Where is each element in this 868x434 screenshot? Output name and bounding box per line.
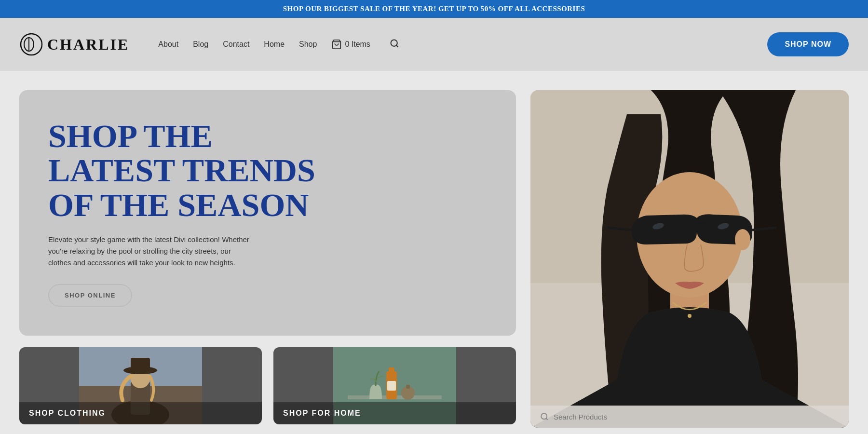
logo[interactable]: CHARLIE: [19, 32, 129, 56]
clothing-card-label: SHOP CLOTHING: [19, 402, 262, 424]
left-column: SHOP THE LATEST TRENDS OF THE SEASON Ele…: [19, 90, 516, 424]
nav-item-blog[interactable]: Blog: [193, 40, 208, 49]
svg-point-31: [541, 413, 547, 419]
search-bar-icon: [540, 412, 549, 421]
search-button[interactable]: [390, 39, 399, 51]
svg-line-5: [396, 45, 398, 47]
cart-area[interactable]: 0 Items: [331, 39, 370, 50]
search-icon: [390, 39, 399, 48]
svg-point-4: [391, 40, 397, 46]
announcement-bar: SHOP OUR BIGGEST SALE OF THE YEAR! GET U…: [0, 0, 868, 18]
search-bar[interactable]: [530, 406, 849, 428]
cart-icon: [331, 39, 342, 50]
search-area[interactable]: [385, 39, 399, 51]
svg-rect-18: [387, 381, 396, 391]
right-column: [530, 90, 849, 428]
home-card[interactable]: SHOP FOR HOME: [273, 347, 516, 424]
nav-item-shop[interactable]: Shop: [299, 40, 317, 49]
nav-item-home[interactable]: Home: [264, 40, 285, 49]
shop-online-button[interactable]: SHOP ONLINE: [48, 284, 132, 307]
svg-line-32: [546, 418, 547, 420]
hero-headline: SHOP THE LATEST TRENDS OF THE SEASON: [48, 119, 487, 222]
svg-rect-13: [131, 358, 150, 371]
announcement-text: SHOP OUR BIGGEST SALE OF THE YEAR! GET U…: [283, 5, 585, 13]
clothing-card[interactable]: SHOP CLOTHING: [19, 347, 262, 424]
svg-rect-17: [389, 367, 394, 373]
fashion-model-image: [530, 90, 849, 428]
nav-item-about[interactable]: About: [158, 40, 178, 49]
shop-now-button[interactable]: SHOP NOW: [767, 32, 849, 56]
nav-links: About Blog Contact Home Shop 0 Items: [158, 39, 399, 51]
logo-icon: [19, 32, 43, 56]
main-content: SHOP THE LATEST TRENDS OF THE SEASON Ele…: [0, 71, 868, 428]
search-products-input[interactable]: [554, 413, 839, 421]
nav-item-contact[interactable]: Contact: [223, 40, 249, 49]
logo-text: CHARLIE: [47, 36, 129, 54]
hero-card: SHOP THE LATEST TRENDS OF THE SEASON Ele…: [19, 90, 516, 336]
svg-rect-20: [406, 385, 410, 389]
home-card-label: SHOP FOR HOME: [273, 402, 516, 424]
svg-point-30: [735, 229, 750, 250]
fashion-photo: [530, 90, 849, 428]
navbar: CHARLIE About Blog Contact Home Shop 0 I…: [0, 18, 868, 71]
hero-description: Elevate your style game with the latest …: [48, 234, 251, 269]
svg-point-25: [688, 314, 692, 318]
bottom-cards: SHOP CLOTHING: [19, 347, 516, 424]
cart-count: 0 Items: [345, 40, 370, 49]
